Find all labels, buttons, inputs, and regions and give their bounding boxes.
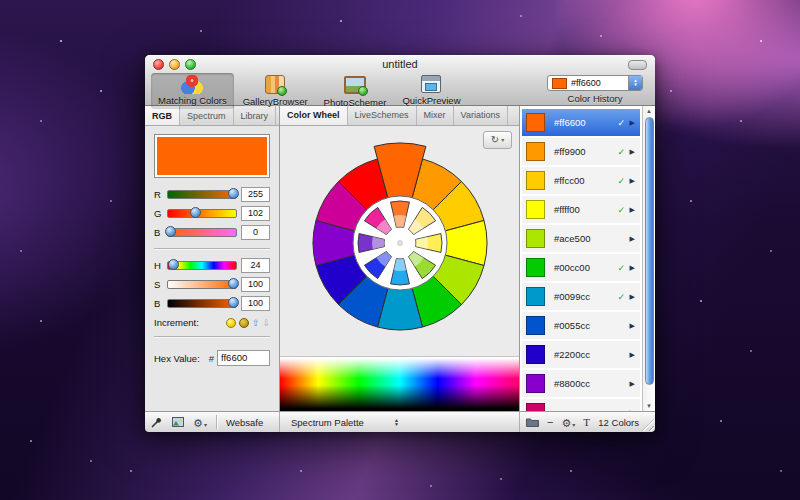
text-format-button[interactable]: T: [583, 416, 590, 428]
slider-track[interactable]: [167, 228, 237, 237]
eyedropper-icon[interactable]: [151, 416, 163, 428]
gear-icon: ⚙: [193, 417, 203, 429]
slider-row: B 100: [154, 296, 270, 311]
color-history-row[interactable]: #8800cc ✓ ▶: [522, 370, 640, 397]
color-swatch: [526, 403, 545, 411]
color-controls-panel: RGBSpectrumLibrary R 255 G 102 B 0 H 24 …: [145, 106, 280, 411]
toolbar-item-gallerybrowser[interactable]: GalleryBrowser: [236, 73, 315, 109]
color-swatch: [526, 171, 545, 190]
hex-value-row: Hex Value: # ff6600: [154, 350, 270, 366]
toolbar-toggle-button[interactable]: [628, 60, 647, 70]
gear-menu[interactable]: ⚙▾: [193, 413, 207, 431]
color-hex-label: #ffff00: [554, 204, 580, 215]
scroll-up-icon[interactable]: ▲: [643, 108, 655, 114]
color-history-row[interactable]: #00cc00 ✓ ▶: [522, 254, 640, 281]
check-icon: ✓: [618, 118, 628, 128]
slider-thumb[interactable]: [165, 226, 176, 237]
slider-thumb[interactable]: [168, 259, 179, 270]
scrollbar[interactable]: ▲ ▼: [642, 106, 655, 411]
hex-hash-prefix: #: [209, 353, 214, 364]
scroll-down-icon[interactable]: ▼: [643, 403, 655, 409]
color-history-dropdown[interactable]: #ff6600 ▲▼: [547, 75, 643, 91]
tab-label: Variations: [461, 110, 500, 120]
color-history-row[interactable]: #ff9900 ✓ ▶: [522, 138, 640, 165]
increment-coarse-button[interactable]: [239, 318, 249, 328]
slider-value-field[interactable]: 102: [241, 206, 270, 221]
status-bar: ⚙▾ Websafe Spectrum Palette ▲▼ − ⚙▾ T 12…: [145, 411, 655, 432]
slider-value-field[interactable]: 24: [241, 258, 270, 273]
toolbar-item-quickpreview[interactable]: QuickPreview: [395, 73, 467, 109]
left-panel-body: R 255 G 102 B 0 H 24 S 100 B 100 Increme…: [145, 126, 279, 366]
increment-fine-button[interactable]: [226, 318, 236, 328]
color-history-row[interactable]: ✓ ▶: [522, 399, 640, 411]
toolbar-item-matching-colors[interactable]: Matching Colors: [151, 73, 234, 109]
dropdown-stepper[interactable]: ▲▼: [628, 76, 642, 90]
check-icon: ✓: [618, 292, 628, 302]
slider-track[interactable]: [167, 209, 237, 218]
color-history-row[interactable]: #ff6600 ✓ ▶: [522, 109, 640, 136]
hex-value-field[interactable]: ff6600: [217, 350, 270, 366]
disclosure-arrow-icon[interactable]: ▶: [630, 380, 635, 388]
palette-stepper[interactable]: ▲▼: [394, 418, 399, 426]
titlebar[interactable]: untitled: [145, 55, 655, 73]
dropdown-value: #ff6600: [571, 78, 601, 88]
slider-row: B 0: [154, 225, 270, 240]
color-wheel-area: ↻ ▾: [280, 126, 519, 356]
color-history-row[interactable]: #2200cc ✓ ▶: [522, 341, 640, 368]
palette-select-label[interactable]: Spectrum Palette: [291, 417, 364, 428]
slider-track[interactable]: [167, 280, 237, 289]
slider-value-field[interactable]: 255: [241, 187, 270, 202]
increment-down-icon[interactable]: ⇩: [262, 318, 270, 328]
color-history-row[interactable]: #0099cc ✓ ▶: [522, 283, 640, 310]
color-history-row[interactable]: #0055cc ✓ ▶: [522, 312, 640, 339]
resize-grip[interactable]: [642, 419, 654, 431]
disclosure-arrow-icon[interactable]: ▶: [630, 119, 635, 127]
color-hex-label: #8800cc: [554, 378, 590, 389]
slider-track[interactable]: [167, 190, 237, 199]
color-history-row[interactable]: #ace500 ✓ ▶: [522, 225, 640, 252]
slider-value-field[interactable]: 100: [241, 277, 270, 292]
slider-track[interactable]: [167, 261, 237, 270]
disclosure-arrow-icon[interactable]: ▶: [630, 322, 635, 330]
slider-thumb[interactable]: [228, 297, 239, 308]
remove-color-button[interactable]: −: [547, 416, 553, 428]
gear-menu[interactable]: ⚙▾: [561, 413, 575, 431]
color-swatch: [526, 287, 545, 306]
disclosure-arrow-icon[interactable]: ▶: [630, 206, 635, 214]
slider-value-field[interactable]: 0: [241, 225, 270, 240]
slider-thumb[interactable]: [228, 188, 239, 199]
check-icon: ✓: [618, 205, 628, 215]
quick-preview-icon: [421, 75, 441, 93]
slider-thumb[interactable]: [228, 278, 239, 289]
disclosure-arrow-icon[interactable]: ▶: [630, 177, 635, 185]
photo-schemer-icon: [344, 76, 366, 94]
rotate-wheel-button[interactable]: ↻ ▾: [483, 131, 512, 149]
scrollbar-thumb[interactable]: [645, 117, 654, 385]
color-history-row[interactable]: #ffff00 ✓ ▶: [522, 196, 640, 223]
color-swatch: [526, 345, 545, 364]
websafe-label: Websafe: [226, 417, 263, 428]
disclosure-arrow-icon[interactable]: ▶: [630, 409, 635, 412]
slider-track[interactable]: [167, 299, 237, 308]
disclosure-arrow-icon[interactable]: ▶: [630, 351, 635, 359]
disclosure-arrow-icon[interactable]: ▶: [630, 148, 635, 156]
left-tabbar: RGBSpectrumLibrary: [145, 106, 279, 126]
disclosure-arrow-icon[interactable]: ▶: [630, 293, 635, 301]
color-history-row[interactable]: #ffcc00 ✓ ▶: [522, 167, 640, 194]
slider-label: S: [154, 279, 163, 290]
image-swatch-icon[interactable]: [172, 417, 184, 427]
increment-up-icon[interactable]: ⇧: [252, 318, 260, 328]
toolbar-items: Matching Colors GalleryBrowser PhotoSche…: [151, 73, 468, 109]
disclosure-arrow-icon[interactable]: ▶: [630, 235, 635, 243]
toolbar-item-photoschemer[interactable]: PhotoSchemer: [317, 73, 394, 109]
color-wheel[interactable]: [289, 126, 511, 356]
slider-value-field[interactable]: 100: [241, 296, 270, 311]
color-swatch: [526, 229, 545, 248]
desktop-wallpaper: untitled Matching Colors GalleryBrowser …: [0, 0, 800, 500]
color-swatch: [526, 258, 545, 277]
disclosure-arrow-icon[interactable]: ▶: [630, 264, 635, 272]
folder-icon[interactable]: [526, 417, 539, 427]
increment-buttons: ⇧ ⇩: [226, 318, 270, 328]
spectrum-strip[interactable]: [280, 356, 519, 412]
slider-thumb[interactable]: [190, 207, 201, 218]
